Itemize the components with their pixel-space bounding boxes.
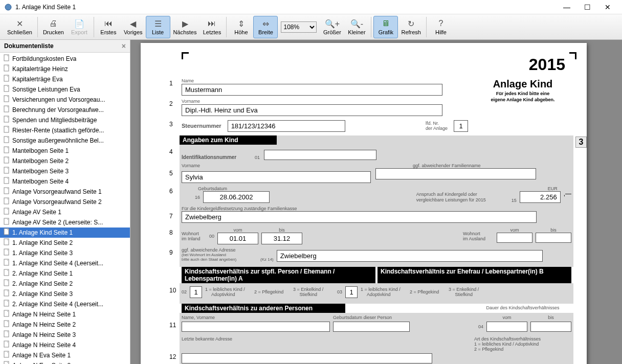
sidebar-item[interactable]: 2. Anlage Kind Seite 1 — [0, 268, 130, 279]
sidebar-item[interactable]: Anlage N Heinz Seite 2 — [0, 320, 130, 330]
steuernr-label: Steuernummer — [182, 123, 221, 129]
lfd-value: 1 — [454, 120, 468, 132]
sidebar-list[interactable]: Fortbildungskosten EvaKapitalerträge Hei… — [0, 53, 130, 364]
sidebar-item[interactable]: Berechnung der Vorsorgeaufwe... — [0, 105, 130, 115]
app-icon — [4, 3, 12, 11]
smaller-tool[interactable]: 🔍-Kleiner — [344, 16, 369, 38]
geb-value: 28.06.2002 — [203, 191, 270, 203]
graphic-tool[interactable]: 🖥Grafik — [373, 16, 398, 38]
sidebar-item[interactable]: Anlage N Heinz Seite 4 — [0, 340, 130, 350]
sec-andere: Kindschaftsverhältnis zu anderen Persone… — [182, 304, 345, 313]
zoom-select[interactable]: 108% — [281, 21, 317, 33]
anspruch-value: 2.256 — [520, 191, 561, 203]
sidebar-item[interactable]: 1. Anlage Kind Seite 1 — [0, 228, 130, 238]
sidebar-item[interactable]: Versicherungen und Vorsorgeau... — [0, 95, 130, 105]
year: 2015 — [156, 55, 571, 74]
next-tool[interactable]: ▶Nächstes — [170, 16, 200, 38]
sidebar-item[interactable]: Anlage AV Seite 1 — [0, 207, 130, 217]
maximize-button[interactable]: ☐ — [577, 1, 597, 14]
first-tool[interactable]: ⏮Erstes — [96, 16, 121, 38]
vom-ausland — [497, 233, 532, 243]
height-tool[interactable]: ⇕Höhe — [229, 16, 253, 38]
sidebar-item[interactable]: Sonstige Leistungen Eva — [0, 84, 130, 95]
preview-pane[interactable]: 2015 Anlage Kind Für jedes Kind bitte ei… — [130, 40, 622, 364]
row11-vom — [486, 322, 527, 332]
larger-tool[interactable]: 🔍+Größer — [320, 16, 344, 38]
vom-value: 01.01 — [217, 233, 258, 244]
sidebar-item[interactable]: 2. Anlage Kind Seite 3 — [0, 289, 130, 299]
sidebar-item[interactable]: Anlage Vorsorgeaufwand Seite 2 — [0, 197, 130, 207]
titlebar: 1. Anlage Kind Seite 1 — ☐ ✕ — [0, 0, 622, 14]
sidebar-item[interactable]: Kapitalerträge Eva — [0, 74, 130, 84]
close-button[interactable]: ✕ — [597, 1, 618, 14]
sidebar-close-icon[interactable]: × — [122, 42, 126, 50]
crop-mark-tl — [182, 52, 189, 59]
sidebar-item[interactable]: Fortbildungskosten Eva — [0, 54, 130, 64]
sidebar-item[interactable]: Anlage N Heinz Seite 1 — [0, 309, 130, 320]
sidebar-item[interactable]: Mantelbogen Seite 3 — [0, 166, 130, 176]
toolbar: ✕Schließen 🖨Drucken 📄Export ⏮Erstes ◀Vor… — [0, 14, 622, 40]
sidebar-item[interactable]: 1. Anlage Kind Seite 4 (Leerseit... — [0, 258, 130, 268]
sec-kind: Angaben zum Kind — [180, 135, 277, 145]
sidebar-item[interactable]: Anlage N Heinz Seite 3 — [0, 330, 130, 340]
id-value — [264, 150, 376, 160]
width-tool[interactable]: ⇔Breite — [253, 16, 278, 38]
sidebar-item[interactable]: Kapitalerträge Heinz — [0, 64, 130, 74]
export-tool[interactable]: 📄Export — [67, 16, 92, 38]
sec-kvb: Kindschaftsverhältnis zur Ehefrau / Lebe… — [377, 267, 571, 283]
bis-ausland — [536, 233, 571, 243]
list-tool[interactable]: ☰Liste — [146, 16, 170, 38]
row12-adr — [182, 353, 432, 363]
sidebar-item[interactable]: Mantelbogen Seite 2 — [0, 156, 130, 166]
print-tool[interactable]: 🖨Drucken — [40, 16, 67, 38]
sidebar-item[interactable]: 2. Anlage Kind Seite 2 — [0, 279, 130, 289]
kva-value: 1 — [190, 286, 202, 298]
last-tool[interactable]: ⏭Letztes — [199, 16, 224, 38]
page: 2015 Anlage Kind Für jedes Kind bitte ei… — [141, 43, 587, 364]
sidebar-item[interactable]: Anlage Vorsorgeaufwand Seite 1 — [0, 187, 130, 197]
abw-fam — [375, 168, 536, 179]
refresh-tool[interactable]: ↻Refresh — [398, 16, 424, 38]
bis-value: 31.12 — [261, 233, 302, 244]
sidebar-item[interactable]: Mantelbogen Seite 4 — [0, 176, 130, 187]
name-label: Name — [182, 78, 571, 83]
page-side-num: 3 — [575, 136, 587, 148]
name-value: Mustermann — [182, 84, 442, 96]
row11-name — [182, 322, 330, 332]
sec-kva: Kindschaftsverhältnis zur stpfl. Person … — [182, 267, 375, 283]
kind-vorname: Sylvia — [182, 171, 371, 183]
sidebar-header: Dokumentenliste × — [0, 40, 130, 53]
famkasse-value: Zwiebelberg — [182, 211, 537, 223]
sidebar-item[interactable]: Riester-Rente (staatlich geförde... — [0, 125, 130, 135]
minimize-button[interactable]: — — [557, 1, 577, 14]
prev-tool[interactable]: ◀Voriges — [121, 16, 146, 38]
sidebar-item[interactable]: 1. Anlage Kind Seite 3 — [0, 248, 130, 258]
crop-mark-tr — [569, 52, 576, 59]
sidebar-item[interactable]: Anlage AV Seite 2 (Leerseite: S... — [0, 217, 130, 228]
sidebar-item[interactable]: Sonstige außergewöhnliche Bel... — [0, 135, 130, 146]
vorname-label: Vorname — [182, 99, 571, 104]
row11-bis — [530, 322, 571, 332]
sidebar-item[interactable]: 1. Anlage Kind Seite 2 — [0, 238, 130, 248]
sidebar: Dokumentenliste × Fortbildungskosten Eva… — [0, 40, 130, 364]
row11-geb — [333, 322, 410, 332]
steuernr-value: 181/123/12346 — [228, 120, 345, 132]
sidebar-item[interactable]: 2. Anlage Kind Seite 4 (Leerseit... — [0, 299, 130, 309]
help-tool[interactable]: ?Hilfe — [429, 16, 453, 38]
sidebar-item[interactable]: Anlage N Eva Seite 2 — [0, 360, 130, 364]
sidebar-item[interactable]: Spenden und Mitgliedsbeiträge — [0, 115, 130, 125]
close-tool[interactable]: ✕Schließen — [4, 16, 35, 38]
sidebar-title: Dokumentenliste — [4, 42, 54, 50]
vorname-value: Dipl.-Hdl. Heinz und Eva — [182, 104, 442, 116]
abw-adr-value: Zwiebelberg — [277, 250, 543, 262]
kvb-value: 1 — [345, 286, 358, 298]
sidebar-item[interactable]: Mantelbogen Seite 1 — [0, 146, 130, 156]
svg-point-0 — [5, 4, 11, 10]
window-title: 1. Anlage Kind Seite 1 — [15, 4, 557, 11]
sidebar-item[interactable]: Anlage N Eva Seite 1 — [0, 350, 130, 360]
